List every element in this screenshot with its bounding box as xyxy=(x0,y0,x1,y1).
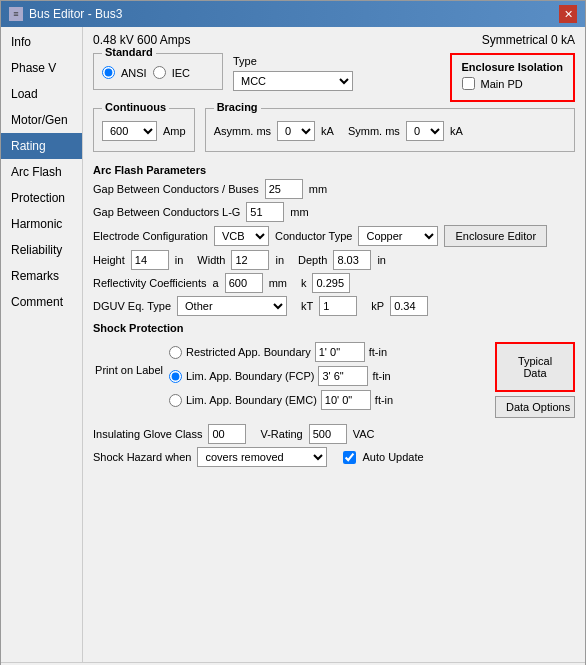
sidebar-item-rating[interactable]: Rating xyxy=(1,133,82,159)
kt-input[interactable] xyxy=(319,296,357,316)
sidebar-item-motorgen[interactable]: Motor/Gen xyxy=(1,107,82,133)
window-title: Bus Editor - Bus3 xyxy=(29,7,122,21)
gap-lg-label: Gap Between Conductors L-G xyxy=(93,206,240,218)
height-label: Height xyxy=(93,254,125,266)
bus-editor-window: ≡ Bus Editor - Bus3 ✕ Info Phase V Load … xyxy=(0,0,586,665)
ansi-label: ANSI xyxy=(121,67,147,79)
width-unit: in xyxy=(275,254,284,266)
glove-label: Insulating Glove Class xyxy=(93,428,202,440)
auto-update-label: Auto Update xyxy=(362,451,423,463)
lim-fcp-input[interactable] xyxy=(318,366,368,386)
gap-buses-label: Gap Between Conductors / Buses xyxy=(93,183,259,195)
refl-a-label: a xyxy=(213,277,219,289)
dguv-label: DGUV Eq. Type xyxy=(93,300,171,312)
symm-label: Symm. ms xyxy=(348,125,400,137)
main-pd-label: Main PD xyxy=(481,78,523,90)
lim-emc-radio[interactable] xyxy=(169,394,182,407)
symm-unit: kA xyxy=(450,125,463,137)
continuous-title: Continuous xyxy=(102,101,169,113)
enclosure-editor-button[interactable]: Enclosure Editor xyxy=(444,225,547,247)
symm-select[interactable]: 0 xyxy=(406,121,444,141)
height-input[interactable] xyxy=(131,250,169,270)
restricted-label: Restricted App. Boundary xyxy=(186,346,311,358)
ansi-radio[interactable] xyxy=(102,66,115,79)
gap-buses-input[interactable] xyxy=(265,179,303,199)
vrating-input[interactable] xyxy=(309,424,347,444)
enclosure-title: Enclosure Isolation xyxy=(462,61,563,73)
refl-a-unit: mm xyxy=(269,277,287,289)
main-pd-checkbox[interactable] xyxy=(462,77,475,90)
sidebar-item-protection[interactable]: Protection xyxy=(1,185,82,211)
lim-emc-unit: ft-in xyxy=(375,394,393,406)
height-unit: in xyxy=(175,254,184,266)
sidebar-item-remarks[interactable]: Remarks xyxy=(1,263,82,289)
main-content: 0.48 kV 600 Amps Symmetrical 0 kA Standa… xyxy=(83,27,585,662)
window-icon: ≡ xyxy=(9,7,23,21)
auto-update-checkbox[interactable] xyxy=(343,451,356,464)
depth-label: Depth xyxy=(298,254,327,266)
amp-label: Amp xyxy=(163,125,186,137)
hazard-label: Shock Hazard when xyxy=(93,451,191,463)
hazard-select[interactable]: covers removed xyxy=(197,447,327,467)
enclosure-group: Enclosure Isolation Main PD xyxy=(450,53,575,102)
restricted-radio[interactable] xyxy=(169,346,182,359)
type-select[interactable]: MCC xyxy=(233,71,353,91)
sidebar-item-phasev[interactable]: Phase V xyxy=(1,55,82,81)
title-bar: ≡ Bus Editor - Bus3 ✕ xyxy=(1,1,585,27)
kp-label: kP xyxy=(371,300,384,312)
asymm-label: Asymm. ms xyxy=(214,125,271,137)
width-input[interactable] xyxy=(231,250,269,270)
iec-label: IEC xyxy=(172,67,190,79)
gap-lg-unit: mm xyxy=(290,206,308,218)
asymm-select[interactable]: 0 xyxy=(277,121,315,141)
close-button[interactable]: ✕ xyxy=(559,5,577,23)
continuous-select[interactable]: 600 xyxy=(102,121,157,141)
electrode-label: Electrode Configuration xyxy=(93,230,208,242)
vrating-unit: VAC xyxy=(353,428,375,440)
kt-label: kT xyxy=(301,300,313,312)
refl-k-input[interactable] xyxy=(312,273,350,293)
lim-fcp-unit: ft-in xyxy=(372,370,390,382)
width-label: Width xyxy=(197,254,225,266)
lim-fcp-label: Lim. App. Boundary (FCP) xyxy=(186,370,314,382)
reflectivity-label: Reflectivity Coefficients xyxy=(93,277,207,289)
sidebar: Info Phase V Load Motor/Gen Rating Arc F… xyxy=(1,27,83,662)
electrode-select[interactable]: VCB xyxy=(214,226,269,246)
lim-fcp-radio[interactable] xyxy=(169,370,182,383)
restricted-unit: ft-in xyxy=(369,346,387,358)
restricted-input[interactable] xyxy=(315,342,365,362)
typical-data-button[interactable]: Typical Data xyxy=(495,342,575,392)
depth-input[interactable] xyxy=(333,250,371,270)
sidebar-item-arcflash[interactable]: Arc Flash xyxy=(1,159,82,185)
vrating-label: V-Rating xyxy=(260,428,302,440)
sidebar-item-info[interactable]: Info xyxy=(1,29,82,55)
sidebar-item-reliability[interactable]: Reliability xyxy=(1,237,82,263)
dguv-select[interactable]: Other xyxy=(177,296,287,316)
sidebar-item-load[interactable]: Load xyxy=(1,81,82,107)
gap-lg-input[interactable] xyxy=(246,202,284,222)
asymm-unit: kA xyxy=(321,125,334,137)
conductor-label: Conductor Type xyxy=(275,230,352,242)
sidebar-item-comment[interactable]: Comment xyxy=(1,289,82,315)
data-options-button[interactable]: Data Options xyxy=(495,396,575,418)
bracing-title: Bracing xyxy=(214,101,261,113)
kp-input[interactable] xyxy=(390,296,428,316)
lim-emc-label: Lim. App. Boundary (EMC) xyxy=(186,394,317,406)
print-on-label: Print on Label xyxy=(95,364,163,376)
iec-radio[interactable] xyxy=(153,66,166,79)
voltage-label: 0.48 kV 600 Amps xyxy=(93,33,190,47)
shock-title: Shock Protection xyxy=(93,322,575,334)
sidebar-item-harmonic[interactable]: Harmonic xyxy=(1,211,82,237)
refl-k-label: k xyxy=(301,277,307,289)
arc-flash-title: Arc Flash Parameters xyxy=(93,164,575,176)
gap-buses-unit: mm xyxy=(309,183,327,195)
standard-title: Standard xyxy=(102,46,156,58)
glove-input[interactable] xyxy=(208,424,246,444)
lim-emc-input[interactable] xyxy=(321,390,371,410)
type-label: Type xyxy=(233,55,353,67)
refl-a-input[interactable] xyxy=(225,273,263,293)
conductor-select[interactable]: Copper xyxy=(358,226,438,246)
depth-unit: in xyxy=(377,254,386,266)
symmetrical-label: Symmetrical 0 kA xyxy=(482,33,575,47)
